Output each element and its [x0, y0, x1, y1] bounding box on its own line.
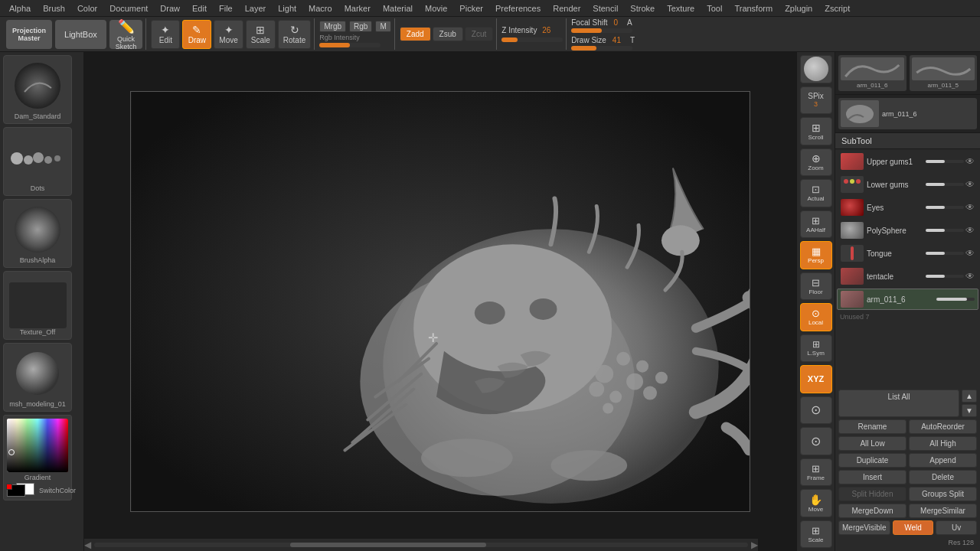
subtool-polysphere[interactable]: PolySphere 👁 [837, 220, 978, 241]
scroll-left-arrow[interactable]: ◀ [84, 540, 91, 550]
canvas-frame[interactable]: ✛ [130, 91, 750, 512]
aahalf-button[interactable]: ⊞ AAHalf [800, 210, 832, 239]
arrow-down-button[interactable]: ▼ [962, 404, 977, 417]
subtool-eyes[interactable]: Eyes 👁 [837, 197, 978, 218]
tool-circle1[interactable]: ⊙ [800, 396, 832, 425]
menu-texture[interactable]: Texture [661, 2, 701, 15]
subtool-upper-gums[interactable]: Upper gums1 👁 [837, 151, 978, 172]
msh-modeling[interactable]: msh_modeling_01 [3, 343, 72, 412]
top-thumb-1[interactable]: arm_011_6 [838, 55, 906, 91]
rename-button[interactable]: Rename [838, 419, 906, 434]
brush-alpha[interactable]: BrushAlpha [3, 199, 72, 268]
primary-color-swatch[interactable] [7, 484, 25, 497]
menu-layer[interactable]: Layer [239, 2, 273, 15]
all-low-button[interactable]: All Low [838, 436, 906, 451]
upper-gums-eye[interactable]: 👁 [965, 156, 975, 167]
menu-preferences[interactable]: Preferences [489, 2, 547, 15]
menu-light[interactable]: Light [272, 2, 302, 15]
tentacle-eye[interactable]: 👁 [965, 271, 975, 282]
menu-movie[interactable]: Movie [419, 2, 453, 15]
lower-gums-eye[interactable]: 👁 [965, 179, 975, 190]
subtool-buttons: List All ▲ ▼ Rename AutoReorder All Low … [835, 386, 980, 551]
eyes-eye[interactable]: 👁 [965, 202, 975, 213]
lightbox-button[interactable]: LightBox [55, 20, 106, 49]
menu-render[interactable]: Render [547, 2, 586, 15]
menu-alpha[interactable]: Alpha [3, 2, 37, 15]
menu-marker[interactable]: Marker [338, 2, 377, 15]
spix-button[interactable]: SPix 3 [800, 86, 832, 115]
scale-button-toolbar[interactable]: ⊞ Scale [246, 20, 276, 49]
mrgb-button[interactable]: Mrgb [319, 21, 346, 32]
merge-similar-button[interactable]: MergeSimilar [909, 504, 977, 518]
menu-transform[interactable]: Transform [728, 2, 779, 15]
menu-material[interactable]: Material [377, 2, 419, 15]
xyz-button[interactable]: XYZ [800, 365, 832, 393]
menu-picker[interactable]: Picker [453, 2, 489, 15]
menu-stroke[interactable]: Stroke [624, 2, 661, 15]
tool-circle2[interactable]: ⊙ [800, 427, 832, 455]
scroll-right-arrow[interactable]: ▶ [751, 540, 758, 550]
arrow-up-button[interactable]: ▲ [962, 390, 977, 403]
polysphere-eye[interactable]: 👁 [965, 225, 975, 236]
brush-dots[interactable]: Dots [3, 127, 72, 196]
menu-document[interactable]: Document [103, 2, 154, 15]
list-all-button[interactable]: List All [838, 390, 959, 417]
rgb-button[interactable]: Rgb [349, 21, 372, 32]
actual-button[interactable]: ⊡ Actual [800, 179, 832, 207]
append-button[interactable]: Append [909, 453, 977, 468]
delete-button[interactable]: Delete [909, 470, 977, 484]
duplicate-button[interactable]: Duplicate [838, 453, 906, 468]
merge-down-button[interactable]: MergeDown [838, 504, 906, 518]
subtool-lower-gums[interactable]: Lower gums 👁 [837, 174, 978, 195]
zsub-button[interactable]: Zsub [433, 27, 463, 41]
zadd-button[interactable]: Zadd [400, 27, 431, 41]
menu-macro[interactable]: Macro [302, 2, 338, 15]
edit-button[interactable]: ✦ Edit [151, 20, 180, 49]
frame-button[interactable]: ⊞ Frame [800, 458, 832, 487]
color-spectrum[interactable] [7, 419, 68, 472]
m-button[interactable]: M [375, 21, 390, 32]
weld-button[interactable]: Weld [893, 520, 934, 535]
zoom-tool-button[interactable]: ⊕ Zoom [800, 148, 832, 177]
menu-tool[interactable]: Tool [701, 2, 728, 15]
scale-rtool-button[interactable]: ⊞ Scale [800, 520, 832, 549]
split-hidden-button[interactable]: Split Hidden [838, 487, 906, 501]
switch-color-button[interactable]: SwitchColor [39, 487, 76, 494]
menu-zplugin[interactable]: Zplugin [779, 2, 818, 15]
merge-visible-button[interactable]: MergeVisible [838, 520, 890, 535]
scroll-tool-button[interactable]: ⊞ Scroll [800, 117, 832, 145]
rotate-button[interactable]: ↻ Rotate [278, 20, 311, 49]
menu-file[interactable]: File [213, 2, 239, 15]
draw-button[interactable]: ✎ Draw [182, 20, 211, 49]
subtool-tongue[interactable]: Tongue 👁 [837, 243, 978, 264]
menu-edit[interactable]: Edit [186, 2, 213, 15]
canvas-area[interactable]: ✛ ◀ ▶ [84, 52, 796, 551]
tongue-eye[interactable]: 👁 [965, 248, 975, 259]
brush-dam-standard[interactable]: Dam_Standard [3, 55, 72, 124]
local-button[interactable]: ⊙ Local [800, 303, 832, 331]
subtool-tentacle[interactable]: tentacle 👁 [837, 266, 978, 287]
menu-color[interactable]: Color [71, 2, 103, 15]
texture-off[interactable]: Texture_Off [3, 271, 72, 340]
groups-split-button[interactable]: Groups Split [909, 487, 977, 501]
top-thumb-2[interactable]: arm_011_5 [910, 55, 978, 91]
persp-button[interactable]: ▦ Persp [800, 241, 832, 269]
move-button-toolbar[interactable]: ✦ Move [214, 20, 243, 49]
zcut-button[interactable]: Zcut [465, 27, 493, 41]
projection-master-button[interactable]: Projection Master [6, 20, 52, 49]
auto-reorder-button[interactable]: AutoReorder [909, 419, 977, 434]
subtool-arm011-6[interactable]: arm_011_6 [837, 289, 978, 310]
menu-brush[interactable]: Brush [37, 2, 71, 15]
all-high-button[interactable]: All High [909, 436, 977, 451]
uv-button[interactable]: Uv [936, 520, 977, 535]
bpr-button[interactable] [800, 55, 832, 83]
insert-button[interactable]: Insert [838, 470, 906, 484]
move-rtool-button[interactable]: ✋ Move [800, 489, 832, 517]
lsym-button[interactable]: ⊞ L.Sym [800, 334, 832, 363]
menu-draw[interactable]: Draw [154, 2, 186, 15]
quick-sketch-button[interactable]: ✏️ Quick Sketch [109, 20, 143, 49]
menu-zscript[interactable]: Zscript [818, 2, 856, 15]
floor-button[interactable]: ⊟ Floor [800, 272, 832, 301]
menu-stencil[interactable]: Stencil [586, 2, 624, 15]
selected-thumb[interactable]: arm_011_6 [838, 98, 977, 129]
